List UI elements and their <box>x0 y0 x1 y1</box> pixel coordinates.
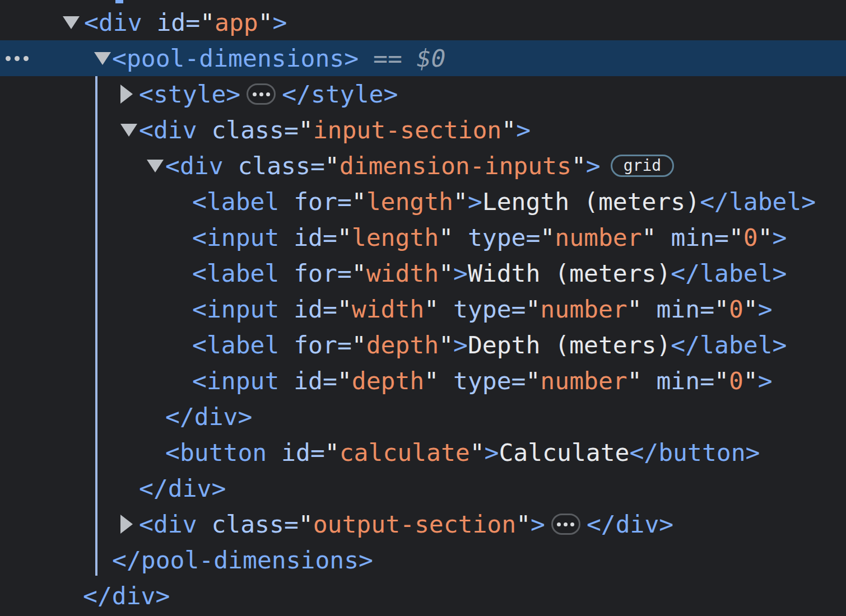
tag-token: </pool-dimensions> <box>112 542 373 578</box>
attribute-name-token: class= <box>211 506 298 542</box>
attribute-name-token: for= <box>294 184 352 220</box>
quote-token: " <box>439 220 468 255</box>
attribute-value-token: number <box>540 291 627 327</box>
dom-node-source: <div id="app"> <box>0 4 846 40</box>
dom-tree-row[interactable]: </div> <box>0 399 846 435</box>
tag-token: </label> <box>700 184 816 220</box>
dom-tree-row[interactable]: <div class="input-section"> <box>0 112 846 148</box>
dom-node-source: <button id="calculate">Calculate</button… <box>0 435 846 470</box>
dom-node-source: <label for="length">Length (meters)</lab… <box>0 184 846 220</box>
dom-node-source: </div> <box>0 470 846 506</box>
quote-token: " <box>325 148 340 184</box>
tag-token: > <box>453 327 468 363</box>
tag-token: > <box>773 220 787 255</box>
attribute-name-token: type= <box>468 220 540 255</box>
tag-token: > <box>273 4 287 40</box>
attribute-name-token: id= <box>294 220 337 255</box>
dom-tree-row[interactable]: <button id="calculate">Calculate</button… <box>0 435 846 470</box>
dom-tree-row[interactable]: <div id="app"> <box>0 4 846 40</box>
tag-token: > <box>758 291 773 327</box>
tag-token: > <box>586 148 601 184</box>
dom-node-source: </div> <box>0 578 846 614</box>
attribute-value-token: width <box>366 255 439 291</box>
attribute-name-token: min= <box>656 291 714 327</box>
tag-token: <label <box>192 327 294 363</box>
text-content-token: Depth (meters) <box>468 327 671 363</box>
dom-tree-row[interactable]: </div> <box>0 578 846 614</box>
inline-expand-ellipsis-button[interactable] <box>247 83 276 105</box>
quote-token: " <box>714 291 729 327</box>
dom-node-source: <input id="width" type="number" min="0"> <box>0 291 846 327</box>
dom-node-source: <label for="width">Width (meters)</label… <box>0 255 846 291</box>
dom-tree-row[interactable]: <label for="length">Length (meters)</lab… <box>0 184 846 220</box>
text-content-token: Length (meters) <box>482 184 700 220</box>
quote-token: " <box>627 363 657 399</box>
tag-token: </label> <box>671 255 787 291</box>
expand-arrow-icon[interactable] <box>120 85 133 104</box>
dom-tree-row[interactable]: <input id="length" type="number" min="0"… <box>0 220 846 255</box>
quote-token: " <box>200 4 215 40</box>
tag-token: > <box>516 112 531 148</box>
dom-tree-row[interactable]: <input id="width" type="number" min="0"> <box>0 291 846 327</box>
quote-token: " <box>258 4 273 40</box>
dom-tree-row[interactable]: <label for="depth">Depth (meters)</label… <box>0 327 846 363</box>
quote-token: " <box>337 220 352 255</box>
tag-token: <pool-dimensions> <box>112 40 359 76</box>
attribute-name-token: class= <box>211 112 298 148</box>
tag-token: > <box>485 435 499 470</box>
attribute-name-token: id= <box>281 435 325 470</box>
quote-token: " <box>325 435 340 470</box>
tag-token: <div <box>84 4 156 40</box>
dom-tree-row-selected[interactable]: <pool-dimensions> == $0 <box>0 40 846 76</box>
expand-arrow-icon[interactable] <box>120 515 133 534</box>
tag-token: > <box>468 184 482 220</box>
tag-token: </div> <box>165 399 252 435</box>
collapse-arrow-icon[interactable] <box>63 16 80 29</box>
tag-token: > <box>758 363 773 399</box>
attribute-name-token: id= <box>156 4 200 40</box>
collapse-arrow-icon[interactable] <box>147 160 164 172</box>
tag-token: </div> <box>587 506 673 542</box>
attribute-value-token: 0 <box>743 220 758 255</box>
tag-token: <input <box>192 363 294 399</box>
dom-tree-row[interactable]: </div> <box>0 470 846 506</box>
dom-tree-row[interactable]: <label for="width">Width (meters)</label… <box>0 255 846 291</box>
quote-token: " <box>540 220 555 255</box>
grid-badge[interactable]: grid <box>611 155 674 177</box>
attribute-value-token: calculate <box>340 435 470 470</box>
attribute-value-token: depth <box>352 363 424 399</box>
dom-tree-row[interactable]: <div class="dimension-inputs">grid <box>0 148 846 184</box>
dom-tree-row[interactable]: <input id="depth" type="number" min="0"> <box>0 363 846 399</box>
inline-expand-ellipsis-button[interactable] <box>551 514 580 535</box>
attribute-value-token: length <box>366 184 453 220</box>
quote-token: " <box>642 220 671 255</box>
quote-token: " <box>627 291 657 327</box>
attribute-name-token: id= <box>294 291 337 327</box>
collapse-arrow-icon[interactable] <box>120 124 137 137</box>
dom-node-source: <input id="depth" type="number" min="0"> <box>0 363 846 399</box>
dollar0-token: $0 <box>417 40 446 76</box>
collapse-arrow-icon[interactable] <box>94 52 111 65</box>
tag-token: <div <box>165 148 238 184</box>
attribute-name-token: type= <box>453 363 526 399</box>
tag-token: <div <box>139 112 211 148</box>
dom-tree-row[interactable]: <div class="output-section"></div> <box>0 506 846 542</box>
dom-node-source: <pool-dimensions> == $0 <box>0 40 846 76</box>
attribute-value-token: app <box>215 4 258 40</box>
dom-tree-row[interactable]: </pool-dimensions> <box>0 542 846 578</box>
row-overflow-menu-icon[interactable] <box>6 40 29 76</box>
tag-token: </label> <box>671 327 787 363</box>
dom-tree-row[interactable]: <style></style> <box>0 76 846 112</box>
tag-token: <label <box>192 184 294 220</box>
quote-token: " <box>526 291 540 327</box>
attribute-name-token: class= <box>238 148 324 184</box>
quote-token: " <box>729 220 743 255</box>
attribute-value-token: 0 <box>729 363 743 399</box>
dom-node-source: </pool-dimensions> <box>0 542 846 578</box>
attribute-name-token: min= <box>671 220 729 255</box>
equiv-token: == <box>359 40 417 76</box>
quote-token: " <box>299 506 313 542</box>
text-content-token: Calculate <box>499 435 629 470</box>
attribute-name-token: id= <box>294 363 337 399</box>
tag-token: <button <box>165 435 281 470</box>
